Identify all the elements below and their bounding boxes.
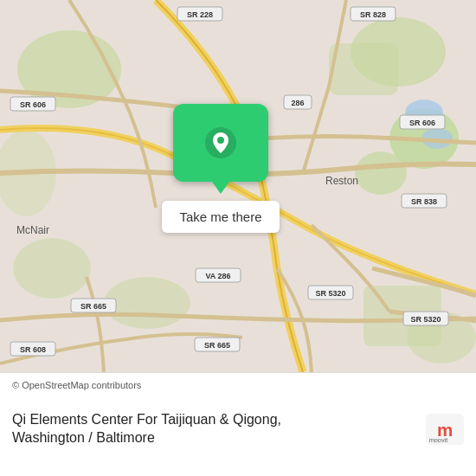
svg-text:SR 228: SR 228	[187, 10, 213, 19]
svg-point-7	[13, 238, 91, 299]
location-popup-bubble	[173, 104, 268, 182]
osm-credit-text: © OpenStreetMap contributors	[12, 380, 141, 390]
svg-point-4	[355, 151, 407, 195]
take-me-there-button[interactable]: Take me there	[162, 201, 279, 233]
svg-text:McNair: McNair	[16, 224, 49, 236]
svg-text:VA 286: VA 286	[205, 272, 230, 280]
svg-text:Reston: Reston	[325, 175, 358, 187]
svg-text:SR 608: SR 608	[20, 345, 46, 354]
svg-text:SR 606: SR 606	[409, 119, 435, 127]
map-popup: Take me there	[125, 104, 316, 233]
place-details: Qi Elements Center For Taijiquan & Qigon…	[12, 411, 281, 447]
app-container: SR 228 SR 828 SR 606 286 SR 606 SR 838 R…	[0, 0, 476, 476]
svg-text:SR 828: SR 828	[360, 10, 386, 19]
svg-text:SR 665: SR 665	[80, 302, 106, 311]
osm-credit: © OpenStreetMap contributors	[12, 380, 464, 390]
moovit-logo: m moovit	[426, 410, 464, 448]
svg-point-6	[104, 277, 190, 329]
svg-text:SR 606: SR 606	[20, 100, 46, 109]
svg-text:moovit: moovit	[429, 436, 448, 444]
footer: © OpenStreetMap contributors Qi Elements…	[0, 372, 476, 476]
place-name: Qi Elements Center For Taijiquan & Qigon…	[12, 411, 281, 447]
svg-text:SR 838: SR 838	[411, 197, 437, 206]
location-pin-icon	[204, 126, 237, 159]
svg-text:SR 5320: SR 5320	[410, 315, 441, 324]
map-area: SR 228 SR 828 SR 606 286 SR 606 SR 838 R…	[0, 0, 476, 372]
svg-text:SR 665: SR 665	[204, 341, 230, 350]
svg-rect-5	[329, 43, 398, 95]
svg-text:SR 5320: SR 5320	[315, 289, 345, 298]
svg-point-40	[217, 137, 224, 144]
moovit-logo-svg: m moovit	[426, 410, 464, 448]
place-info: Qi Elements Center For Taijiquan & Qigon…	[12, 390, 464, 467]
